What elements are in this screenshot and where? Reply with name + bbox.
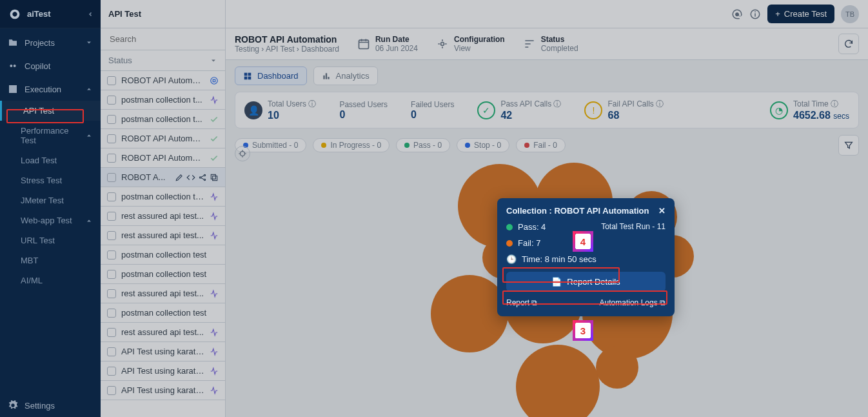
checkbox[interactable] — [107, 347, 116, 356]
stat-passed-users: Passed Users 0 — [339, 100, 388, 121]
test-item[interactable]: postman collection test — [101, 245, 225, 265]
bubble[interactable] — [596, 346, 638, 389]
info-icon[interactable] — [749, 8, 761, 20]
checkbox[interactable] — [107, 367, 116, 376]
bubble[interactable] — [516, 345, 600, 417]
svg-rect-17 — [248, 76, 252, 79]
svg-rect-14 — [244, 72, 248, 76]
automation-logs-link[interactable]: Automation Logs ⧉ — [600, 298, 666, 307]
nav-settings[interactable]: Settings — [0, 394, 101, 417]
share-icon[interactable] — [198, 173, 207, 182]
nav-copilot[interactable]: Copilot — [0, 54, 101, 77]
status-filter-label: Status — [108, 56, 132, 65]
pass-dot-icon — [506, 224, 513, 230]
checkbox[interactable] — [107, 76, 116, 85]
checkbox[interactable] — [107, 386, 116, 395]
caret-down-icon — [210, 57, 217, 65]
tab-analytics[interactable]: Analytics — [313, 66, 378, 85]
svg-point-21 — [241, 152, 245, 156]
avatar[interactable]: TB — [841, 5, 859, 23]
checkbox[interactable] — [107, 115, 116, 124]
report-details-label: Report Details — [567, 277, 620, 287]
copy-icon[interactable] — [210, 173, 219, 182]
search-input[interactable] — [108, 34, 219, 45]
test-item[interactable]: ROBOT API Automati... — [101, 148, 225, 168]
svg-rect-12 — [359, 40, 368, 48]
chevron-up-icon — [85, 85, 93, 93]
breadcrumb-0[interactable]: Testing — [235, 45, 259, 54]
test-item[interactable]: ROBOT API Automati... — [101, 129, 225, 148]
breadcrumb-1[interactable]: API Test — [266, 45, 294, 54]
test-item[interactable]: ROBOT A... — [101, 168, 225, 187]
sidebar-item-ai-ml[interactable]: AI/ML — [0, 270, 101, 290]
mention-icon[interactable] — [731, 8, 743, 20]
close-icon[interactable]: ✕ — [658, 206, 666, 216]
svg-rect-15 — [248, 72, 252, 76]
checkbox[interactable] — [107, 154, 116, 163]
test-item[interactable]: rest assured api test... — [101, 284, 225, 303]
report-details-button[interactable]: 📄 Report Details — [506, 272, 666, 292]
test-item[interactable]: postman collection t... — [101, 90, 225, 110]
checkbox[interactable] — [107, 309, 116, 318]
sidebar-item-jmeter-test[interactable]: JMeter Test — [0, 190, 101, 210]
sidebar-item-web-app-test[interactable]: Web-app Test — [0, 210, 101, 230]
svg-rect-19 — [325, 73, 326, 79]
tab-dashboard[interactable]: Dashboard — [235, 66, 307, 85]
test-item[interactable]: rest assured api test... — [101, 226, 225, 245]
test-item[interactable]: postman collection test — [101, 265, 225, 284]
test-item[interactable]: rest assured api test... — [101, 207, 225, 226]
nav-execution[interactable]: Execution — [0, 77, 101, 101]
checkbox[interactable] — [107, 212, 116, 221]
breadcrumb-2[interactable]: Dashboard — [301, 45, 339, 54]
sidebar-item-stress-test[interactable]: Stress Test — [0, 170, 101, 190]
test-item-label: postman collection t... — [121, 114, 204, 124]
bubble[interactable] — [431, 275, 508, 352]
test-item-label: ROBOT API Automati... — [121, 153, 204, 163]
edit-icon[interactable] — [175, 173, 184, 182]
test-item[interactable]: postman collection test — [101, 187, 225, 207]
test-list: ROBOT API Automati...postman collection … — [101, 71, 225, 417]
test-item[interactable]: API Test using karate... — [101, 381, 225, 400]
refresh-button[interactable] — [838, 34, 859, 54]
checkbox[interactable] — [107, 328, 116, 337]
brand-logo: aiTest — [6, 7, 51, 21]
sidebar-item-load-test[interactable]: Load Test — [0, 150, 101, 170]
test-item-label: API Test using karate... — [121, 347, 204, 356]
test-item[interactable]: API Test using karate... — [101, 361, 225, 381]
popover-total-run: Total Test Run - 11 — [601, 222, 666, 231]
dashboard-icon — [243, 72, 252, 81]
context-header: ROBOT API Automation Testing › API Test … — [226, 28, 868, 60]
sidebar-item-url-test[interactable]: URL Test — [0, 230, 101, 250]
nav-projects[interactable]: Projects — [0, 31, 101, 54]
report-link[interactable]: Report ⧉ — [506, 298, 537, 307]
test-item[interactable]: API Test using karate... — [101, 342, 225, 361]
checkbox[interactable] — [107, 231, 116, 240]
checkbox[interactable] — [107, 192, 116, 201]
external-link-icon: ⧉ — [660, 298, 666, 307]
checkbox[interactable] — [107, 270, 116, 279]
create-test-button[interactable]: + Create Test — [767, 5, 834, 23]
svg-point-0 — [10, 65, 12, 67]
status-filter[interactable]: Status — [101, 50, 225, 71]
checkbox[interactable] — [107, 289, 116, 298]
recenter-button[interactable] — [235, 146, 250, 161]
test-item[interactable]: ROBOT API Automati... — [101, 71, 225, 90]
test-item[interactable]: postman collection t... — [101, 110, 225, 129]
activity-icon — [210, 289, 219, 298]
test-item[interactable]: postman collection test — [101, 303, 225, 323]
sidebar-item-mbt[interactable]: MBT — [0, 250, 101, 270]
checkbox[interactable] — [107, 250, 116, 259]
collapse-sidebar-icon[interactable] — [86, 10, 94, 18]
meta-configuration[interactable]: Configuration View — [436, 35, 505, 53]
test-item[interactable]: rest assured api test... — [101, 323, 225, 342]
checkbox[interactable] — [107, 134, 116, 143]
svg-point-13 — [440, 43, 444, 46]
checkbox[interactable] — [107, 96, 116, 105]
sidebar-item-api-test[interactable]: API Test — [0, 101, 101, 121]
code-icon[interactable] — [186, 173, 195, 182]
checkbox[interactable] — [107, 173, 116, 182]
sidebar-item-performance-test[interactable]: Performance Test — [0, 121, 101, 150]
svg-point-2 — [211, 77, 218, 84]
test-item-label: API Test using karate... — [121, 385, 204, 395]
analytics-icon — [322, 72, 331, 81]
